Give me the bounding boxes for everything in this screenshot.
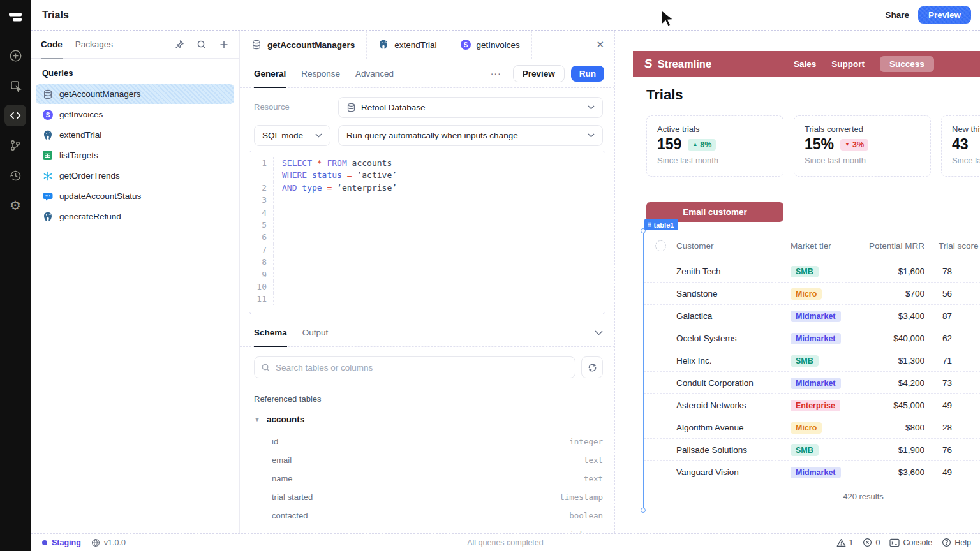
query-item-listTargets[interactable]: listTargets: [36, 145, 234, 165]
cell-trial-score: 49: [942, 394, 952, 416]
stat-value: 43: [952, 136, 969, 153]
table-row[interactable]: Asteroid NetworksEnterprise$45,00049: [644, 393, 980, 416]
col-customer[interactable]: Customer: [676, 241, 714, 251]
errors-indicator[interactable]: 0: [863, 538, 880, 547]
table-row[interactable]: Vanguard VisionMidmarket$3,60049: [644, 460, 980, 483]
run-button[interactable]: Run: [571, 66, 604, 82]
col-market-tier[interactable]: Market tier: [791, 241, 831, 251]
help-menu[interactable]: Help: [942, 538, 971, 547]
cell-trial-score: 87: [942, 305, 952, 327]
code-panel-icon[interactable]: [4, 105, 26, 126]
resource-select[interactable]: Retool Database: [338, 97, 603, 118]
preview-button[interactable]: Preview: [918, 6, 971, 24]
stat-card-1: Trials converted15%▼3%Since last month: [794, 115, 931, 177]
version-selector[interactable]: v1.0.0: [91, 538, 126, 547]
select-tool-icon[interactable]: [4, 75, 26, 96]
select-all-checkbox[interactable]: [655, 240, 666, 251]
editor-tab-extendTrial[interactable]: extendTrial: [367, 31, 449, 59]
col-potential-mrr[interactable]: Potential MRR: [854, 241, 924, 251]
query-item-generateRefund[interactable]: generateRefund: [36, 207, 234, 226]
env-label: Staging: [52, 538, 81, 547]
tab-general[interactable]: General: [254, 59, 286, 88]
refresh-schema-button[interactable]: [581, 356, 603, 378]
git-branch-icon[interactable]: [4, 135, 26, 156]
table-row[interactable]: Algorithm AvenueMicro$80028: [644, 416, 980, 438]
nav-sales[interactable]: Sales: [794, 59, 816, 69]
schema-field-mrr[interactable]: mrrinteger: [272, 525, 603, 533]
schema-field-contacted[interactable]: contactedboolean: [272, 506, 603, 525]
schema-field-id[interactable]: idinteger: [272, 432, 603, 451]
query-item-getInvoices[interactable]: SgetInvoices: [36, 105, 234, 124]
tab-response[interactable]: Response: [301, 59, 340, 88]
editor-toolbar: General Response Advanced ··· Preview Ru…: [240, 59, 614, 88]
schema-search-input[interactable]: [276, 363, 568, 372]
table-row[interactable]: Conduit CorporationMidmarket$4,20073: [644, 371, 980, 393]
nav-success[interactable]: Success: [880, 56, 934, 72]
schema-field-email[interactable]: emailtext: [272, 451, 603, 469]
queries-header: Queries: [42, 68, 228, 78]
more-options-icon[interactable]: ···: [491, 68, 501, 78]
query-item-getAccountManagers[interactable]: getAccountManagers: [36, 84, 234, 104]
table1-component-badge[interactable]: ⠿ table1: [644, 219, 678, 230]
trials-table[interactable]: Customer Market tier Potential MRR Trial…: [643, 231, 980, 510]
tab-advanced[interactable]: Advanced: [355, 59, 394, 88]
table-header-row: Customer Market tier Potential MRR Trial…: [644, 231, 980, 260]
schema-field-trial-started[interactable]: trial startedtimestamp: [272, 488, 603, 506]
code-line: 2AND type = ‘enterprise’: [249, 182, 605, 194]
cell-potential-mrr: $1,600: [854, 260, 924, 283]
line-number: [249, 169, 274, 181]
table-row[interactable]: SandstoneMicro$70056: [644, 282, 980, 304]
warning-count: 1: [849, 538, 854, 547]
code-line: 7: [249, 244, 605, 256]
tab-code[interactable]: Code: [41, 31, 63, 59]
editor-tab-getAccountManagers[interactable]: getAccountManagers: [240, 31, 367, 59]
editor-tab-getInvoices[interactable]: SgetInvoices: [449, 31, 532, 59]
tab-packages[interactable]: Packages: [75, 31, 113, 59]
tab-output[interactable]: Output: [302, 318, 329, 347]
mode-select[interactable]: SQL mode: [254, 125, 330, 146]
auto-run-select[interactable]: Run query automatically when inputs chan…: [338, 125, 603, 146]
table-accounts-toggle[interactable]: ▼ accounts: [254, 415, 304, 424]
table-footer: 420 results: [644, 483, 980, 510]
query-item-extendTrial[interactable]: extendTrial: [36, 125, 234, 145]
schema-field-name[interactable]: nametext: [272, 469, 603, 488]
cell-potential-mrr: $1,900: [854, 439, 924, 461]
table-row[interactable]: Ocelot SystemsMidmarket$40,00062: [644, 327, 980, 349]
pin-icon[interactable]: [174, 40, 184, 50]
warnings-indicator[interactable]: 1: [836, 538, 854, 547]
retool-logo-icon[interactable]: [4, 6, 26, 28]
query-item-updateAccountStatus[interactable]: updateAccountStatus: [36, 186, 234, 206]
add-query-icon[interactable]: [219, 40, 229, 50]
console-toggle[interactable]: Console: [889, 538, 932, 547]
share-button[interactable]: Share: [876, 6, 918, 24]
stat-subtext: Since last month: [805, 156, 920, 165]
close-tab-icon[interactable]: ✕: [596, 39, 604, 50]
query-item-getOrderTrends[interactable]: getOrderTrends: [36, 166, 234, 186]
query-label: listTargets: [59, 151, 98, 160]
schema-search[interactable]: [254, 356, 575, 378]
col-trial-score[interactable]: Trial score: [939, 241, 979, 251]
query-list: getAccountManagersSgetInvoicesextendTria…: [31, 84, 239, 226]
stat-label: Active trials: [657, 124, 773, 134]
table-row[interactable]: Helix Inc.SMB$1,30071: [644, 349, 980, 371]
collapse-chevron-icon[interactable]: [595, 330, 603, 335]
app-header: S Streamline SalesSupportSuccess: [633, 51, 980, 77]
add-icon[interactable]: [4, 45, 26, 66]
cell-customer: Sandstone: [676, 283, 718, 305]
resize-handle[interactable]: [641, 508, 646, 513]
settings-gear-icon[interactable]: ⚙: [4, 195, 26, 216]
line-number: 3: [249, 194, 274, 206]
warning-icon: [836, 538, 846, 547]
query-preview-button[interactable]: Preview: [513, 65, 565, 82]
search-icon[interactable]: [197, 40, 207, 50]
nav-support[interactable]: Support: [831, 59, 865, 69]
table-row[interactable]: Zenith TechSMB$1,60078: [644, 260, 980, 282]
table-row[interactable]: Palisade SolutionsSMB$1,90076: [644, 438, 980, 460]
sql-code-editor[interactable]: 1SELECT * FROM accountsWHERE status = ‘a…: [249, 151, 605, 314]
history-icon[interactable]: [4, 165, 26, 186]
table-row[interactable]: GalacticaMidmarket$3,40087: [644, 304, 980, 327]
stripe-icon: S: [461, 40, 471, 50]
line-number: 4: [249, 207, 274, 219]
tab-schema[interactable]: Schema: [254, 318, 287, 347]
environment-selector[interactable]: Staging: [42, 538, 81, 547]
